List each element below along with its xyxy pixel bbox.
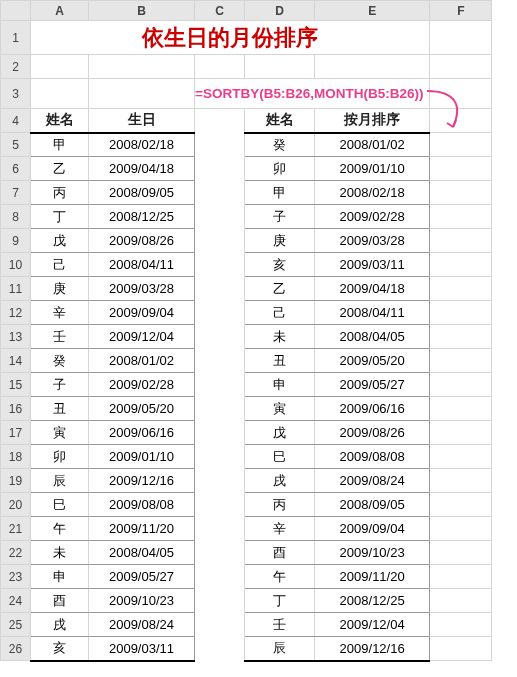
date-cell[interactable]: 2009/12/16 [314,637,430,661]
header-name-left[interactable]: 姓名 [31,109,89,133]
cell[interactable] [195,469,245,493]
name-cell[interactable]: 子 [245,205,315,229]
cell[interactable] [430,55,492,79]
cell[interactable] [430,349,492,373]
date-cell[interactable]: 2008/12/25 [314,589,430,613]
name-cell[interactable]: 丁 [31,205,89,229]
date-cell[interactable]: 2009/03/11 [89,637,195,661]
cell[interactable] [430,517,492,541]
cell[interactable] [430,133,492,157]
date-cell[interactable]: 2009/08/08 [89,493,195,517]
date-cell[interactable]: 2009/08/26 [314,421,430,445]
cell[interactable] [430,397,492,421]
cell[interactable] [430,445,492,469]
cell[interactable] [314,55,430,79]
date-cell[interactable]: 2008/01/02 [89,349,195,373]
date-cell[interactable]: 2009/11/20 [314,565,430,589]
date-cell[interactable]: 2009/05/20 [314,349,430,373]
cell[interactable] [430,325,492,349]
name-cell[interactable]: 戌 [31,613,89,637]
cell[interactable] [195,613,245,637]
cell[interactable] [195,301,245,325]
date-cell[interactable]: 2008/04/05 [314,325,430,349]
date-cell[interactable]: 2008/04/11 [89,253,195,277]
name-cell[interactable]: 戊 [31,229,89,253]
name-cell[interactable]: 亥 [31,637,89,661]
cell[interactable] [430,109,492,133]
row-header[interactable]: 20 [1,493,31,517]
date-cell[interactable]: 2009/04/18 [89,157,195,181]
name-cell[interactable]: 酉 [245,541,315,565]
cell[interactable] [195,493,245,517]
select-all-corner[interactable] [1,1,31,21]
name-cell[interactable]: 丑 [245,349,315,373]
cell[interactable] [195,421,245,445]
date-cell[interactable]: 2009/10/23 [89,589,195,613]
date-cell[interactable]: 2008/01/02 [314,133,430,157]
name-cell[interactable]: 巳 [31,493,89,517]
row-header[interactable]: 3 [1,79,31,109]
name-cell[interactable]: 甲 [245,181,315,205]
row-header[interactable]: 2 [1,55,31,79]
row-header[interactable]: 15 [1,373,31,397]
row-header[interactable]: 14 [1,349,31,373]
date-cell[interactable]: 2009/08/24 [314,469,430,493]
name-cell[interactable]: 戌 [245,469,315,493]
name-cell[interactable]: 丙 [245,493,315,517]
date-cell[interactable]: 2009/08/26 [89,229,195,253]
date-cell[interactable]: 2008/02/18 [314,181,430,205]
date-cell[interactable]: 2008/04/11 [314,301,430,325]
col-header-C[interactable]: C [195,1,245,21]
row-header[interactable]: 6 [1,157,31,181]
cell[interactable] [195,133,245,157]
row-header[interactable]: 13 [1,325,31,349]
name-cell[interactable]: 亥 [245,253,315,277]
name-cell[interactable]: 午 [245,565,315,589]
cell[interactable] [195,55,245,79]
date-cell[interactable]: 2009/12/04 [314,613,430,637]
name-cell[interactable]: 申 [31,565,89,589]
header-bymonth[interactable]: 按月排序 [314,109,430,133]
row-header[interactable]: 11 [1,277,31,301]
cell[interactable] [430,373,492,397]
row-header[interactable]: 25 [1,613,31,637]
cell[interactable] [195,565,245,589]
name-cell[interactable]: 辰 [245,637,315,661]
cell[interactable] [430,613,492,637]
cell[interactable] [195,229,245,253]
name-cell[interactable]: 壬 [31,325,89,349]
cell[interactable] [430,277,492,301]
page-title[interactable]: 依生日的月份排序 [31,21,430,55]
cell[interactable] [195,181,245,205]
date-cell[interactable]: 2009/05/27 [314,373,430,397]
row-header[interactable]: 22 [1,541,31,565]
name-cell[interactable]: 子 [31,373,89,397]
cell[interactable] [195,205,245,229]
cell[interactable] [430,541,492,565]
cell[interactable] [195,397,245,421]
cell[interactable] [430,637,492,661]
cell[interactable] [430,421,492,445]
date-cell[interactable]: 2009/09/04 [314,517,430,541]
date-cell[interactable]: 2008/09/05 [314,493,430,517]
name-cell[interactable]: 酉 [31,589,89,613]
col-header-F[interactable]: F [430,1,492,21]
cell[interactable] [430,79,492,109]
cell[interactable] [195,373,245,397]
name-cell[interactable]: 甲 [31,133,89,157]
cell[interactable] [89,79,195,109]
row-header[interactable]: 23 [1,565,31,589]
cell[interactable] [195,445,245,469]
row-header[interactable]: 24 [1,589,31,613]
date-cell[interactable]: 2009/06/16 [89,421,195,445]
name-cell[interactable]: 癸 [245,133,315,157]
name-cell[interactable]: 卯 [245,157,315,181]
cell[interactable] [430,253,492,277]
name-cell[interactable]: 巳 [245,445,315,469]
date-cell[interactable]: 2009/02/28 [89,373,195,397]
cell[interactable] [430,565,492,589]
cell[interactable] [195,277,245,301]
date-cell[interactable]: 2008/09/05 [89,181,195,205]
cell[interactable] [430,157,492,181]
cell[interactable] [31,55,89,79]
